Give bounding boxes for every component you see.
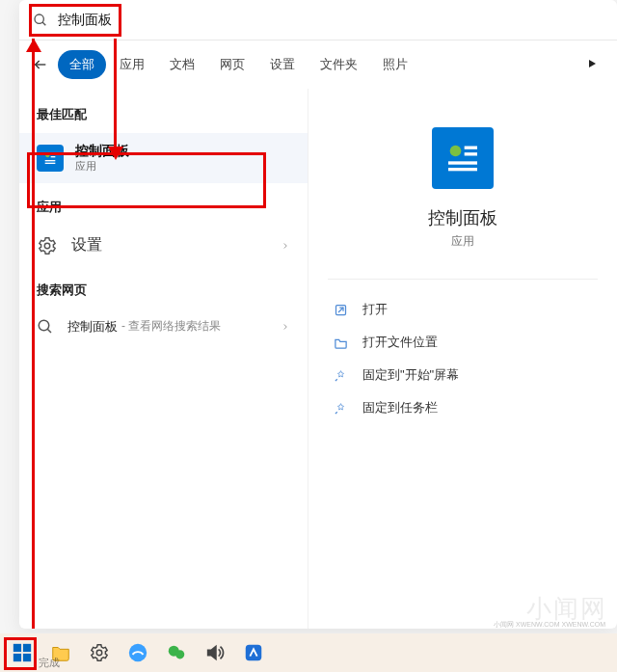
pin-icon <box>332 399 349 417</box>
svg-rect-6 <box>51 156 56 157</box>
svg-line-18 <box>338 308 343 312</box>
preview-title: 控制面板 <box>428 206 497 229</box>
svg-rect-7 <box>45 160 56 161</box>
more-categories-button[interactable] <box>577 56 607 73</box>
action-label: 打开文件位置 <box>362 334 438 351</box>
svg-point-0 <box>35 14 43 23</box>
svg-rect-24 <box>23 654 31 661</box>
best-match-subtitle: 应用 <box>75 159 129 174</box>
gear-icon <box>37 235 58 256</box>
best-match-item[interactable]: 控制面板 应用 <box>19 133 308 183</box>
svg-rect-14 <box>465 152 477 155</box>
svg-marker-3 <box>589 60 596 67</box>
search-icon <box>37 318 54 336</box>
svg-rect-21 <box>13 644 21 652</box>
settings-item[interactable]: 设置 <box>19 226 308 266</box>
tab-photos[interactable]: 照片 <box>371 50 419 79</box>
wechat-button[interactable] <box>162 638 191 667</box>
svg-point-12 <box>450 146 462 157</box>
action-label: 打开 <box>362 301 388 318</box>
settings-label: 设置 <box>71 235 102 255</box>
chevron-right-icon <box>281 318 290 336</box>
svg-rect-5 <box>51 153 56 154</box>
svg-line-11 <box>47 329 51 333</box>
svg-point-4 <box>45 153 49 157</box>
svg-rect-30 <box>246 645 262 661</box>
search-panel: 全部 应用 文档 网页 设置 文件夹 照片 最佳匹配 控制面板 应用 应用 <box>19 0 617 629</box>
apps-header: 应用 <box>19 195 308 226</box>
svg-rect-23 <box>13 654 21 661</box>
best-match-title: 控制面板 <box>75 143 129 159</box>
preview-pane: 控制面板 应用 打开 打开文件位置 固定到"开始"屏幕 固定到任务栏 <box>308 89 617 629</box>
svg-point-9 <box>44 243 50 249</box>
browser-button[interactable] <box>123 638 152 667</box>
open-icon <box>332 301 349 318</box>
taskbar <box>0 633 617 672</box>
search-icon <box>33 13 48 28</box>
tab-folders[interactable]: 文件夹 <box>308 50 369 79</box>
tab-apps[interactable]: 应用 <box>108 50 156 79</box>
back-button[interactable] <box>25 49 56 80</box>
svg-point-25 <box>96 650 102 656</box>
svg-rect-16 <box>448 168 477 171</box>
control-panel-icon <box>37 145 64 172</box>
tab-docs[interactable]: 文档 <box>158 50 206 79</box>
web-item-subtitle: - 查看网络搜索结果 <box>121 318 221 335</box>
action-label: 固定到任务栏 <box>362 399 438 417</box>
settings-button[interactable] <box>85 638 114 667</box>
svg-marker-29 <box>208 647 216 659</box>
control-panel-icon <box>432 127 494 189</box>
pin-icon <box>332 366 349 384</box>
search-bar <box>19 0 617 40</box>
tab-settings[interactable]: 设置 <box>258 50 307 79</box>
start-button[interactable] <box>8 638 37 667</box>
svg-line-19 <box>335 379 336 381</box>
svg-rect-15 <box>448 161 477 164</box>
action-pin-taskbar[interactable]: 固定到任务栏 <box>328 391 598 424</box>
preview-actions: 打开 打开文件位置 固定到"开始"屏幕 固定到任务栏 <box>328 279 598 424</box>
action-pin-start[interactable]: 固定到"开始"屏幕 <box>328 359 598 391</box>
action-open-location[interactable]: 打开文件位置 <box>328 326 598 359</box>
best-match-header: 最佳匹配 <box>19 102 308 133</box>
filter-tabs: 全部 应用 文档 网页 设置 文件夹 照片 <box>19 40 617 89</box>
search-input[interactable] <box>58 13 604 28</box>
svg-line-20 <box>335 412 336 414</box>
svg-line-1 <box>42 22 45 25</box>
action-open[interactable]: 打开 <box>328 293 598 326</box>
preview-subtitle: 应用 <box>451 233 474 250</box>
web-search-item[interactable]: 控制面板 - 查看网络搜索结果 <box>19 309 308 345</box>
volume-button[interactable] <box>201 638 229 667</box>
svg-point-28 <box>175 650 184 659</box>
folder-icon <box>332 334 349 351</box>
web-header: 搜索网页 <box>19 278 308 309</box>
chevron-right-icon <box>281 237 290 255</box>
results-body: 最佳匹配 控制面板 应用 应用 设置 搜索网页 <box>19 89 617 629</box>
tab-all[interactable]: 全部 <box>58 50 106 79</box>
svg-rect-22 <box>23 644 31 652</box>
svg-rect-8 <box>45 163 56 164</box>
status-done: 完成 <box>39 656 60 670</box>
svg-point-10 <box>39 320 49 331</box>
app-button[interactable] <box>239 638 268 667</box>
action-label: 固定到"开始"屏幕 <box>362 366 459 384</box>
web-item-title: 控制面板 <box>67 318 118 336</box>
svg-rect-13 <box>465 147 477 149</box>
tab-web[interactable]: 网页 <box>208 50 256 79</box>
results-list: 最佳匹配 控制面板 应用 应用 设置 搜索网页 <box>19 89 308 629</box>
